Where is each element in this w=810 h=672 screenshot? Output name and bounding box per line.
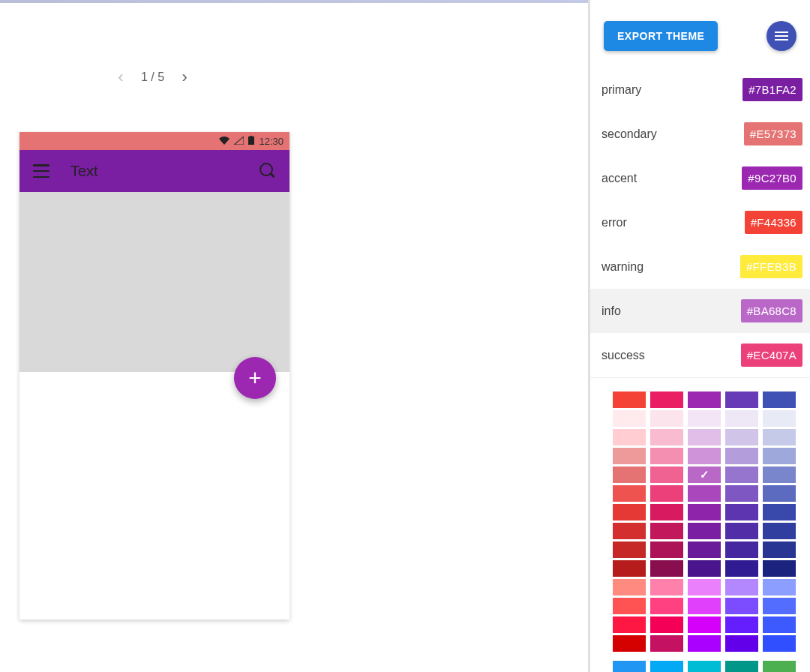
picker-cell[interactable] <box>650 542 683 558</box>
picker-cell[interactable] <box>725 542 758 558</box>
picker-cell[interactable] <box>688 579 721 596</box>
picker-cell[interactable] <box>763 616 796 633</box>
picker-cell[interactable] <box>688 410 721 427</box>
picker-cell[interactable] <box>613 635 646 652</box>
picker-header-cell[interactable] <box>763 661 796 672</box>
picker-cell[interactable] <box>650 429 683 446</box>
picker-cell[interactable] <box>613 504 646 520</box>
picker-cell[interactable] <box>763 410 796 427</box>
export-theme-button[interactable]: EXPORT THEME <box>604 21 718 51</box>
picker-cell[interactable] <box>650 598 683 614</box>
picker-cell[interactable] <box>763 542 796 558</box>
picker-cell[interactable] <box>763 560 796 577</box>
picker-cell[interactable] <box>650 635 683 652</box>
picker-cell[interactable] <box>650 410 683 427</box>
fab-add-button[interactable]: + <box>234 357 276 399</box>
picker-cell[interactable] <box>650 504 683 520</box>
picker-header-cell[interactable] <box>650 392 683 408</box>
color-picker[interactable] <box>590 377 810 672</box>
picker-cell[interactable] <box>613 448 646 464</box>
picker-cell[interactable] <box>613 523 646 539</box>
picker-cell[interactable] <box>688 542 721 558</box>
theme-row-warning[interactable]: warning#FFEB3B <box>590 244 810 289</box>
theme-row-info[interactable]: info#BA68C8 <box>590 289 810 333</box>
theme-row-swatch: #BA68C8 <box>741 299 802 322</box>
theme-row-accent[interactable]: accent#9C27B0 <box>590 156 810 200</box>
picker-cell[interactable] <box>650 466 683 483</box>
picker-cell[interactable] <box>763 523 796 539</box>
picker-cell[interactable] <box>688 504 721 520</box>
picker-cell[interactable] <box>613 429 646 446</box>
picker-cell[interactable] <box>688 429 721 446</box>
pager-prev[interactable]: ‹ <box>114 70 128 84</box>
picker-cell[interactable] <box>688 635 721 652</box>
theme-row-error[interactable]: error#F44336 <box>590 200 810 244</box>
theme-row-label: secondary <box>602 128 657 141</box>
picker-cell[interactable] <box>613 560 646 577</box>
picker-header-cell[interactable] <box>613 392 646 408</box>
picker-header-cell[interactable] <box>688 661 721 672</box>
picker-cell[interactable] <box>725 429 758 446</box>
picker-cell[interactable] <box>650 579 683 596</box>
picker-cell[interactable] <box>725 616 758 633</box>
picker-cell[interactable] <box>650 560 683 577</box>
picker-header-cell[interactable] <box>650 661 683 672</box>
picker-cell[interactable] <box>725 523 758 539</box>
picker-header-cell[interactable] <box>613 661 646 672</box>
picker-cell[interactable] <box>613 598 646 614</box>
sidebar-menu-button[interactable] <box>766 21 796 51</box>
picker-cell[interactable] <box>613 579 646 596</box>
picker-cell[interactable] <box>763 485 796 502</box>
sidebar-header: EXPORT THEME <box>590 0 810 68</box>
picker-cell[interactable] <box>650 616 683 633</box>
picker-cell[interactable] <box>613 410 646 427</box>
picker-cell[interactable] <box>763 598 796 614</box>
picker-cell[interactable] <box>763 466 796 483</box>
picker-cell[interactable] <box>725 635 758 652</box>
picker-cell[interactable] <box>763 429 796 446</box>
picker-cell[interactable] <box>725 410 758 427</box>
picker-cell[interactable] <box>688 598 721 614</box>
picker-header-cell[interactable] <box>763 392 796 408</box>
picker-cell[interactable] <box>688 448 721 464</box>
picker-cell[interactable] <box>763 448 796 464</box>
theme-row-primary[interactable]: primary#7B1FA2 <box>590 68 810 112</box>
picker-cell[interactable] <box>725 504 758 520</box>
theme-row-success[interactable]: success#EC407A <box>590 333 810 377</box>
picker-cell[interactable] <box>725 466 758 483</box>
theme-row-swatch: #7B1FA2 <box>742 78 802 101</box>
picker-cell[interactable] <box>688 616 721 633</box>
preview-panel: ‹ 1 / 5 › 12:30 Text + <box>0 0 588 672</box>
picker-cell[interactable] <box>725 560 758 577</box>
picker-cell[interactable] <box>650 523 683 539</box>
phone-status-bar: 12:30 <box>20 132 290 150</box>
plus-icon: + <box>248 365 262 391</box>
picker-cell[interactable] <box>763 504 796 520</box>
picker-cell[interactable] <box>613 485 646 502</box>
picker-header-cell[interactable] <box>725 661 758 672</box>
theme-row-secondary[interactable]: secondary#E57373 <box>590 112 810 156</box>
theme-row-label: primary <box>602 83 641 97</box>
phone-preview: 12:30 Text + <box>20 132 290 620</box>
picker-cell[interactable] <box>688 466 721 483</box>
picker-cell[interactable] <box>650 448 683 464</box>
picker-cell[interactable] <box>650 485 683 502</box>
search-icon[interactable] <box>260 163 276 179</box>
picker-cell[interactable] <box>763 579 796 596</box>
picker-cell[interactable] <box>613 616 646 633</box>
hamburger-icon[interactable] <box>33 164 50 178</box>
pager-next[interactable]: › <box>178 70 191 84</box>
theme-row-swatch: #F44336 <box>745 211 802 234</box>
picker-cell[interactable] <box>725 598 758 614</box>
picker-cell[interactable] <box>725 579 758 596</box>
picker-cell[interactable] <box>688 523 721 539</box>
picker-cell[interactable] <box>613 542 646 558</box>
picker-cell[interactable] <box>725 485 758 502</box>
picker-header-cell[interactable] <box>725 392 758 408</box>
picker-cell[interactable] <box>613 466 646 483</box>
picker-cell[interactable] <box>763 635 796 652</box>
picker-cell[interactable] <box>725 448 758 464</box>
picker-header-cell[interactable] <box>688 392 721 408</box>
picker-cell[interactable] <box>688 485 721 502</box>
picker-cell[interactable] <box>688 560 721 577</box>
